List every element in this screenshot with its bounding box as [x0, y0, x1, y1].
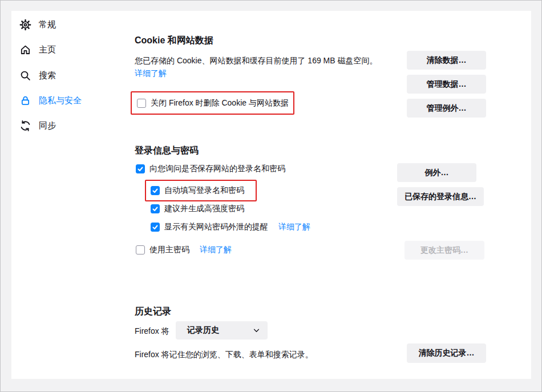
clear-data-button[interactable]: 清除数据…	[407, 51, 486, 70]
sidebar-item-label: 同步	[39, 120, 56, 131]
breach-alerts-row: 显示有关网站密码外泄的提醒 详细了解	[151, 222, 310, 232]
exceptions-button[interactable]: 例外…	[397, 163, 476, 182]
logins-section-title: 登录信息与密码	[135, 145, 199, 157]
master-password-label: 使用主密码	[149, 245, 189, 255]
sidebar-item-sync[interactable]: 同步	[19, 118, 119, 133]
cookies-section-title: Cookie 和网站数据	[135, 35, 213, 47]
sync-icon	[19, 120, 31, 132]
sidebar-item-label: 主页	[39, 45, 56, 55]
ask-to-save-checkbox[interactable]	[136, 164, 145, 173]
delete-on-close-checkbox[interactable]	[137, 99, 146, 108]
change-master-password-button: 更改主密码…	[405, 241, 484, 260]
ask-to-save-label: 向您询问是否保存网站的登录名和密码	[149, 164, 285, 174]
home-icon	[19, 44, 31, 56]
suggest-strong-label: 建议并生成高强度密码	[164, 204, 244, 214]
autofill-label: 自动填写登录名和密码	[164, 185, 244, 196]
history-mode-dropdown[interactable]: 记录历史	[176, 321, 268, 340]
history-section-title: 历史记录	[135, 306, 171, 318]
search-icon	[19, 70, 31, 82]
ask-to-save-row: 向您询问是否保存网站的登录名和密码	[136, 164, 285, 174]
sidebar-item-label: 常规	[39, 19, 56, 30]
breach-alerts-learn-more-link[interactable]: 详细了解	[278, 222, 310, 232]
chevron-down-icon	[253, 329, 260, 333]
lock-icon	[19, 95, 31, 107]
sidebar-item-home[interactable]: 主页	[19, 42, 119, 57]
autofill-row: 自动填写登录名和密码	[151, 185, 244, 196]
sidebar-item-privacy-security[interactable]: 隐私与安全	[19, 93, 119, 108]
preferences-window: 常规 主页 搜索 隐私与安全	[0, 0, 542, 392]
history-mode-value: 记录历史	[187, 325, 253, 336]
cookies-usage-text: 您已存储的 Cookie、网站数据和缓存目前使用了 169 MB 磁盘空间。	[135, 56, 378, 65]
manage-data-button[interactable]: 管理数据…	[407, 75, 486, 94]
sidebar-item-label: 隐私与安全	[39, 95, 82, 106]
gear-icon	[19, 19, 31, 31]
autofill-checkbox[interactable]	[151, 186, 160, 195]
suggest-strong-checkbox[interactable]	[151, 204, 160, 213]
master-password-row: 使用主密码 详细了解	[136, 245, 232, 255]
breach-alerts-checkbox[interactable]	[151, 223, 160, 232]
cookies-learn-more-link[interactable]: 详细了解	[135, 68, 167, 79]
firefox-will-label: Firefox 将	[135, 326, 169, 336]
sidebar-item-search[interactable]: 搜索	[19, 68, 119, 83]
master-password-learn-more-link[interactable]: 详细了解	[200, 245, 232, 255]
clear-history-button[interactable]: 清除历史记录…	[407, 343, 486, 363]
manage-exceptions-button[interactable]: 管理例外…	[407, 99, 486, 118]
saved-logins-button[interactable]: 已保存的登录信息…	[397, 187, 484, 206]
history-description: Firefox 将记住您的浏览、下载、表单和搜索记录。	[135, 350, 313, 359]
sidebar-item-general[interactable]: 常规	[19, 17, 119, 32]
delete-on-close-label: 关闭 Firefox 时删除 Cookie 与网站数据	[151, 98, 289, 108]
sidebar-item-label: 搜索	[39, 70, 56, 81]
delete-on-close-row: 关闭 Firefox 时删除 Cookie 与网站数据	[137, 98, 289, 108]
master-password-checkbox[interactable]	[136, 245, 145, 254]
breach-alerts-label: 显示有关网站密码外泄的提醒	[164, 222, 268, 232]
suggest-strong-row: 建议并生成高强度密码	[151, 204, 244, 214]
